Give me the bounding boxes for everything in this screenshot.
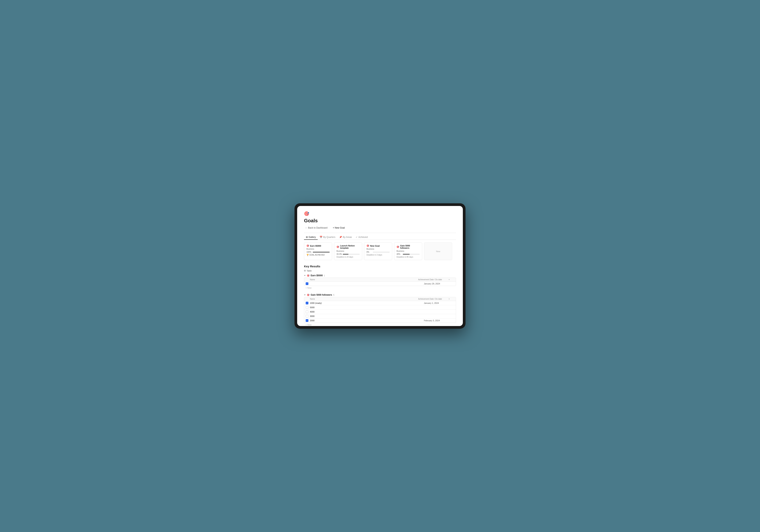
group-count: 5 bbox=[333, 294, 334, 296]
tab-gallery[interactable]: ⊞ Gallery bbox=[304, 235, 318, 240]
table-earn-5000: Name Achievement Date / Do date + Januar… bbox=[304, 278, 456, 286]
progress-bar-bg bbox=[313, 252, 330, 253]
table-row: 1000 (ready) January 1, 2024 bbox=[304, 301, 456, 305]
chevron-icon: ▼ bbox=[304, 274, 306, 276]
new-goal-button[interactable]: + New Goal bbox=[332, 226, 346, 230]
achieved-badge: 🏆 GOAL ACHIEVED bbox=[307, 254, 330, 256]
col-date: Achievement Date / Do date bbox=[418, 278, 449, 281]
tablet-frame: 🎯 Goals ← Back to Dashboard + New Goal ⊞… bbox=[295, 203, 465, 329]
progress-bar-fill bbox=[313, 252, 330, 253]
progress-bar-fill bbox=[403, 254, 410, 255]
page-title: Goals bbox=[304, 218, 456, 224]
table-row: 2000 February 3, 2024 bbox=[304, 318, 456, 323]
goal-tag: Business bbox=[397, 250, 420, 252]
row-checkbox[interactable] bbox=[306, 311, 309, 313]
progress-label: 33.3% bbox=[337, 253, 342, 255]
progress-label: 100% bbox=[307, 251, 312, 253]
row-checkbox[interactable] bbox=[306, 306, 309, 309]
table-icon: ⊟ bbox=[304, 269, 306, 272]
progress-bar-bg bbox=[343, 254, 360, 255]
goal-icon: 🎯 bbox=[307, 245, 309, 247]
goals-grid: 🎯 Earn $5000 Business 100% 🏆 GOAL ACHIEV… bbox=[304, 242, 456, 260]
tab-by-areas[interactable]: 📌 By Areas bbox=[337, 235, 354, 240]
check-icon: ✓ bbox=[356, 236, 357, 238]
col-name: Name bbox=[310, 298, 418, 300]
table-row: 4000 bbox=[304, 310, 456, 314]
toolbar-divider bbox=[304, 233, 456, 233]
group-header-earn-5000[interactable]: ▼ 🎯 Earn $5000 1 bbox=[304, 274, 456, 277]
tablet-screen: 🎯 Goals ← Back to Dashboard + New Goal ⊞… bbox=[297, 206, 463, 326]
view-toggle[interactable]: ⊟ Table bbox=[304, 269, 456, 272]
row-name: 1000 (ready) bbox=[310, 302, 424, 304]
new-goal-card[interactable]: New bbox=[424, 242, 452, 260]
chevron-icon: ▼ bbox=[304, 294, 306, 296]
goal-icon: 🎯 bbox=[337, 246, 339, 248]
key-results-title: Key Results bbox=[304, 265, 456, 268]
new-card-label: New bbox=[436, 250, 440, 253]
progress-bar-fill bbox=[343, 254, 348, 255]
col-name: Name bbox=[310, 278, 418, 281]
goal-card-new-goal[interactable]: 🎯 New Goal Business 0% Deadline in 3 day… bbox=[364, 242, 392, 260]
goal-tag: Business bbox=[366, 248, 390, 250]
row-name: 2000 bbox=[310, 319, 424, 322]
goal-deadline: Deadline in 85 days bbox=[397, 256, 420, 258]
col-action: + bbox=[449, 298, 454, 300]
table-header: Name Achievement Date / Do date + bbox=[304, 278, 456, 282]
progress-label: 40% bbox=[397, 253, 402, 255]
table-row: 3000 bbox=[304, 314, 456, 318]
progress-row: 0% bbox=[366, 251, 390, 253]
calendar-icon: 📅 bbox=[319, 236, 322, 238]
row-checkbox[interactable] bbox=[306, 302, 309, 304]
row-checkbox[interactable] bbox=[306, 315, 309, 317]
goal-tag: Business bbox=[307, 248, 330, 250]
row-checkbox[interactable] bbox=[306, 319, 309, 322]
progress-row: 33.3% bbox=[337, 253, 360, 255]
group-gain-5000: ▼ 🎯 Gain 5000 followers 5 Name Achieveme… bbox=[304, 294, 456, 326]
table-header: Name Achievement Date / Do date + bbox=[304, 297, 456, 301]
goal-group-icon: 🎯 bbox=[307, 294, 309, 296]
tab-achieved[interactable]: ✓ Achieved bbox=[354, 235, 369, 240]
gallery-icon: ⊞ bbox=[306, 236, 308, 238]
group-earn-5000: ▼ 🎯 Earn $5000 1 Name Achievement Date /… bbox=[304, 274, 456, 290]
row-date: January 1, 2024 bbox=[424, 302, 454, 304]
page-icon: 🎯 bbox=[304, 211, 456, 216]
goal-tag: Business bbox=[337, 250, 360, 252]
goal-deadline: Deadline in 24 days bbox=[337, 256, 360, 258]
progress-row: 100% bbox=[307, 251, 330, 253]
progress-row: 40% bbox=[397, 253, 420, 255]
add-new-gain-5000[interactable]: + New bbox=[304, 323, 456, 326]
row-name: 4000 bbox=[310, 311, 424, 313]
row-name: 3000 bbox=[310, 315, 424, 317]
pin-icon: 📌 bbox=[339, 236, 342, 238]
back-to-dashboard-button[interactable]: ← Back to Dashboard bbox=[304, 226, 328, 230]
group-header-gain-5000[interactable]: ▼ 🎯 Gain 5000 followers 5 bbox=[304, 294, 456, 296]
goal-card-launch-notion[interactable]: 🎯 Launch Notion template Business 33.3% … bbox=[334, 242, 362, 260]
goal-deadline: Deadline in 3 days bbox=[366, 254, 390, 256]
row-name: 5000 bbox=[310, 306, 424, 309]
table-gain-5000: Name Achievement Date / Do date + 1000 (… bbox=[304, 297, 456, 323]
goal-group-icon: 🎯 bbox=[307, 274, 309, 277]
col-date: Achievement Date / Do date bbox=[418, 298, 449, 300]
add-new-earn-5000[interactable]: + New bbox=[304, 286, 456, 290]
row-date: February 3, 2024 bbox=[424, 319, 454, 322]
goal-icon: 🎯 bbox=[366, 245, 369, 247]
page-content: 🎯 Goals ← Back to Dashboard + New Goal ⊞… bbox=[297, 206, 463, 326]
table-row: January 29, 2024 bbox=[304, 282, 456, 286]
row-checkbox[interactable] bbox=[306, 282, 309, 285]
progress-label: 0% bbox=[366, 251, 372, 253]
progress-bar-bg bbox=[403, 254, 420, 255]
tabs-container: ⊞ Gallery 📅 By Quarters 📌 By Areas ✓ Ach… bbox=[304, 235, 456, 240]
progress-bar-bg bbox=[373, 252, 390, 253]
table-row: 5000 bbox=[304, 305, 456, 310]
group-count: 1 bbox=[324, 274, 325, 277]
col-action: + bbox=[449, 278, 454, 281]
goal-card-gain-5000[interactable]: 🎯 Gain 5000 followers Business 40% Deadl… bbox=[394, 242, 422, 260]
goal-icon: 🎯 bbox=[397, 246, 399, 248]
toolbar: ← Back to Dashboard + New Goal bbox=[304, 226, 456, 230]
row-date: January 29, 2024 bbox=[424, 282, 454, 285]
goal-card-earn-5000[interactable]: 🎯 Earn $5000 Business 100% 🏆 GOAL ACHIEV… bbox=[304, 242, 332, 260]
tab-by-quarters[interactable]: 📅 By Quarters bbox=[318, 235, 337, 240]
